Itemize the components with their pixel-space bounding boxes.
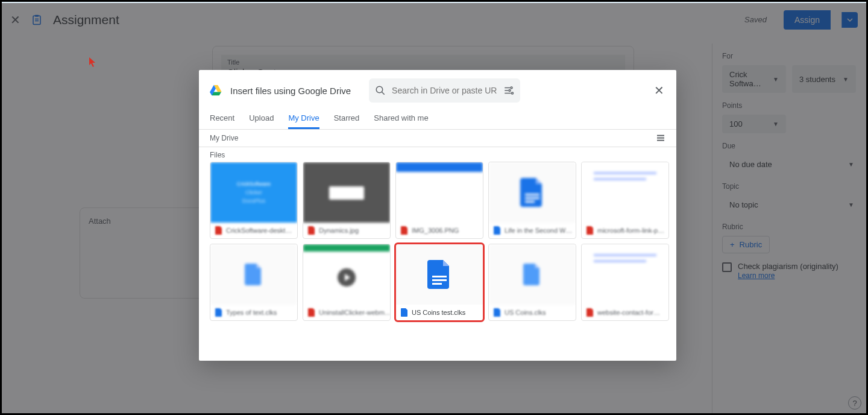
file-thumb [582, 162, 668, 223]
search-input[interactable] [392, 86, 497, 95]
svg-point-6 [511, 87, 512, 89]
file-name: website-contact-for… [597, 309, 660, 316]
svg-rect-14 [525, 201, 535, 203]
tab-my-drive[interactable]: My Drive [288, 109, 319, 129]
tab-upload[interactable]: Upload [249, 109, 274, 129]
svg-point-8 [512, 92, 514, 94]
svg-rect-11 [657, 140, 664, 141]
file-tile[interactable]: Dynamics.jpg [303, 162, 391, 239]
file-thumb [489, 162, 576, 223]
file-caption: US Coins.clks [489, 305, 576, 320]
file-tile[interactable]: US Coins test.clks [395, 244, 483, 321]
filetype-icon [308, 308, 315, 317]
close-button[interactable]: ✕ [653, 81, 665, 100]
tab-starred[interactable]: Starred [334, 109, 360, 129]
filetype-icon [215, 226, 222, 235]
file-tile[interactable]: microsoft-form-link-p… [581, 162, 669, 239]
filetype-icon [494, 308, 501, 317]
files-label: Files [199, 147, 676, 162]
file-name: microsoft-form-link-p… [597, 227, 664, 234]
file-caption: website-contact-for… [582, 305, 668, 320]
file-name: Life in the Second W… [505, 227, 573, 234]
filetype-icon [494, 226, 501, 235]
file-caption: microsoft-form-link-p… [582, 223, 668, 238]
svg-rect-17 [432, 283, 442, 285]
file-caption: UninstallClicker-webm… [303, 305, 390, 320]
file-tile[interactable]: Life in the Second W… [488, 162, 576, 239]
file-caption: CrickSoftware-deskt… [210, 223, 297, 238]
filetype-icon [401, 226, 408, 235]
filetype-icon [401, 308, 408, 317]
file-thumb [582, 244, 668, 305]
tune-icon[interactable] [503, 85, 514, 96]
svg-point-4 [376, 86, 383, 93]
file-name: Dynamics.jpg [319, 227, 359, 234]
file-caption: Types of text.clks [210, 305, 297, 320]
file-name: US Coins.clks [505, 309, 546, 316]
modal-title: Insert files using Google Drive [230, 86, 351, 96]
svg-rect-12 [525, 194, 539, 195]
filetype-icon [587, 308, 594, 317]
file-tile[interactable]: IMG_3006.PNG [395, 162, 483, 239]
svg-rect-15 [432, 276, 447, 277]
file-caption: US Coins test.clks [396, 305, 483, 320]
file-caption: Life in the Second W… [489, 223, 576, 238]
filetype-icon [587, 226, 594, 235]
filetype-icon [215, 308, 222, 317]
file-thumb [489, 244, 576, 305]
file-name: US Coins test.clks [412, 309, 465, 316]
tab-recent[interactable]: Recent [210, 109, 234, 129]
svg-rect-9 [657, 135, 664, 136]
filetype-icon [308, 226, 315, 235]
file-name: Types of text.clks [226, 309, 277, 316]
drive-icon [210, 85, 222, 96]
tab-shared-with-me[interactable]: Shared with me [374, 109, 428, 129]
files-grid: CrickSoftwareClickerDocsPlusCrickSoftwar… [199, 162, 676, 329]
file-thumb [303, 244, 390, 305]
file-tile[interactable]: CrickSoftwareClickerDocsPlusCrickSoftwar… [210, 162, 298, 239]
file-thumb [396, 162, 483, 223]
file-name: UninstallClicker-webm… [319, 309, 390, 316]
svg-line-5 [382, 92, 385, 95]
file-tile[interactable]: UninstallClicker-webm… [303, 244, 391, 321]
cursor-icon [89, 57, 96, 67]
file-name: CrickSoftware-deskt… [226, 227, 292, 234]
file-thumb [303, 162, 390, 223]
list-view-icon[interactable] [656, 133, 665, 143]
drive-search[interactable] [369, 78, 520, 103]
file-tile[interactable]: Types of text.clks [210, 244, 298, 321]
file-tile[interactable]: website-contact-for… [581, 244, 669, 321]
breadcrumb[interactable]: My Drive [210, 134, 238, 142]
file-caption: IMG_3006.PNG [396, 223, 483, 238]
svg-rect-10 [657, 138, 664, 139]
drive-picker-modal: Insert files using Google Drive ✕ Recent… [199, 70, 676, 361]
file-tile[interactable]: US Coins.clks [488, 244, 576, 321]
svg-rect-16 [432, 279, 447, 281]
file-thumb [210, 244, 297, 305]
svg-point-7 [509, 90, 511, 92]
search-icon [375, 85, 386, 96]
file-thumb: CrickSoftwareClickerDocsPlus [210, 162, 297, 223]
file-caption: Dynamics.jpg [303, 223, 390, 238]
file-name: IMG_3006.PNG [412, 227, 459, 234]
modal-tabs: RecentUploadMy DriveStarredShared with m… [199, 109, 676, 130]
svg-rect-13 [525, 197, 539, 199]
file-thumb [396, 244, 483, 305]
